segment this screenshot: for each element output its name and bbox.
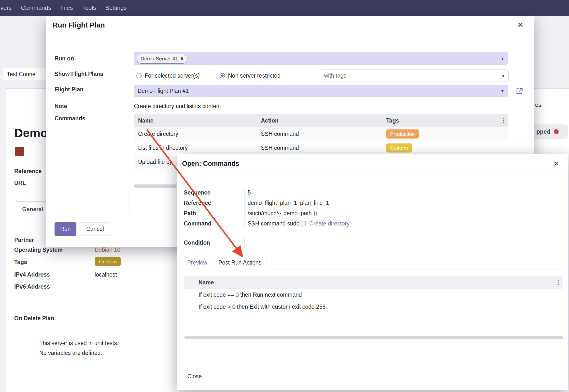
tag-badge-custom: Custom <box>386 143 412 153</box>
modal-footer-divider <box>177 363 568 363</box>
modal-header: Open: Commands ✕ <box>177 154 568 173</box>
cell-action: SSH command <box>261 130 386 137</box>
ipv4-value: localhost <box>95 271 117 278</box>
operating-system-value[interactable]: Debian 10 <box>95 246 120 253</box>
commands-label: Commands <box>55 115 85 122</box>
chevron-down-icon[interactable]: ▾ <box>501 88 504 94</box>
tags-label: Tags <box>14 259 27 266</box>
flight-plan-value: Demo Flight Plan #1 <box>138 87 189 94</box>
note-label: Note <box>55 103 67 110</box>
layout-divider-line <box>129 191 129 214</box>
field-separator-line <box>244 188 245 197</box>
tab-post-run-actions[interactable]: Post Run Actions <box>213 256 267 269</box>
actions-table-header: Name ⋮ <box>184 276 563 289</box>
radio-for-selected-servers[interactable] <box>136 73 142 78</box>
screen: vers Commands Files Tools Settings Test … <box>0 0 569 392</box>
open-flight-plan-button[interactable] <box>515 87 524 95</box>
radio-for-selected-servers-label[interactable]: For selected server(s) <box>145 72 200 79</box>
test-connection-label: Test Conne <box>7 71 35 78</box>
tab-general-label: General <box>22 206 43 213</box>
close-icon[interactable]: ✕ <box>517 21 524 29</box>
field-separator-line <box>244 198 245 208</box>
close-button-label: Close <box>187 373 202 380</box>
external-link-icon <box>515 87 524 95</box>
flight-plan-label: Flight Plan <box>55 86 84 93</box>
unit-test-note-1: This server is used in unit tests. <box>39 340 118 347</box>
table-row[interactable]: Create directory SSH command Production <box>134 127 508 141</box>
operating-system-label: Operating System <box>14 246 63 253</box>
command-value: SSH command sudo <box>248 220 299 227</box>
horizontal-scrollbar[interactable] <box>184 336 563 339</box>
run-button-label: Run <box>60 226 71 232</box>
command-record-link[interactable]: Create directory <box>309 220 350 227</box>
server-tag-chip[interactable]: Demo Server #1 ✖ <box>137 54 187 64</box>
show-flight-plans-label: Show Flight Plans <box>55 70 103 77</box>
table-row[interactable]: If exit code > 0 then Exit with custom e… <box>184 301 563 313</box>
chevron-down-icon[interactable]: ▾ <box>501 56 504 61</box>
cell-name: Create directory <box>134 130 261 137</box>
tab-general[interactable]: General <box>15 201 51 217</box>
unit-test-note-2: No variables are defined. <box>39 350 102 356</box>
test-connection-button[interactable]: Test Conne <box>3 68 48 80</box>
ipv4-label: IPv4 Address <box>14 271 50 278</box>
reference-label: Reference <box>184 199 211 206</box>
radio-non-server-restricted-label[interactable]: Non server restricted <box>228 72 280 79</box>
server-tag-label: Demo Server #1 <box>141 56 178 62</box>
modal-title: Run Flight Plan <box>53 22 105 28</box>
run-button[interactable]: Run <box>55 222 76 236</box>
cell-name: If exit code == 0 then Run next command <box>199 291 553 298</box>
nav-item-tools[interactable]: Tools <box>82 4 96 11</box>
field-separator-line <box>244 238 245 248</box>
color-swatch[interactable] <box>15 147 24 156</box>
sequence-value: 5 <box>248 189 251 196</box>
command-checkbox[interactable] <box>300 221 306 226</box>
table-empty-row <box>184 313 563 325</box>
remove-tag-icon[interactable]: ✖ <box>181 56 184 61</box>
col-header-tags[interactable]: Tags <box>386 117 500 124</box>
run-on-tags-field[interactable]: Demo Server #1 ✖ ▾ <box>134 52 508 65</box>
run-on-label: Run on <box>55 55 74 62</box>
nav-item-settings[interactable]: Settings <box>105 4 127 11</box>
kebab-menu-icon[interactable]: ⋮ <box>553 279 563 286</box>
path-label: Path <box>184 210 196 217</box>
post-run-actions-table: Name ⋮ If exit code == 0 then Run next c… <box>184 276 563 325</box>
tab-preview-label: Preview <box>187 259 207 266</box>
nav-item-files[interactable]: Files <box>60 4 73 11</box>
radio-non-server-restricted[interactable] <box>220 73 225 78</box>
col-header-name[interactable]: Name <box>199 279 553 286</box>
nav-item-commands[interactable]: Commands <box>21 4 51 11</box>
nav-item-servers[interactable]: vers <box>0 4 12 11</box>
field-separator-line <box>244 219 245 228</box>
horizontal-scrollbar[interactable] <box>134 184 177 188</box>
tab-preview[interactable]: Preview <box>182 256 213 269</box>
col-header-action[interactable]: Action <box>261 117 386 124</box>
close-icon[interactable]: ✕ <box>553 160 559 168</box>
on-delete-plan-label: On Delete Plan <box>14 315 54 322</box>
flight-plan-select[interactable]: Demo Flight Plan #1 ▾ <box>134 85 508 97</box>
cancel-button[interactable]: Cancel <box>80 222 110 236</box>
open-commands-modal: Open: Commands ✕ Sequence 5 Reference de… <box>177 154 568 390</box>
command-label: Command <box>184 220 211 227</box>
table-row[interactable]: If exit code == 0 then Run next command <box>184 289 563 301</box>
kebab-menu-icon[interactable]: ⋮ <box>500 117 508 124</box>
note-value: Create directory and list its content <box>134 103 221 110</box>
reference-label: Reference <box>14 168 42 175</box>
top-right-text-fragment: es <box>535 101 541 108</box>
chevron-down-icon[interactable]: ▾ <box>502 73 504 79</box>
reference-value: demo_flight_plan_1_plan_line_1 <box>248 199 329 206</box>
tags-badge-custom: Custom <box>95 257 121 266</box>
close-button[interactable]: Close <box>184 370 205 382</box>
with-tags-select[interactable]: with tags ▾ <box>320 70 509 82</box>
cell-action: SSH command <box>261 144 386 151</box>
col-header-name[interactable]: Name <box>134 117 261 124</box>
tab-post-run-actions-label: Post Run Actions <box>218 259 261 266</box>
tag-badge-production: Production <box>386 129 419 139</box>
table-row[interactable]: List files in directory SSH command Cust… <box>134 141 508 155</box>
field-separator-line <box>89 312 89 326</box>
status-stopped-dot-icon <box>554 129 559 134</box>
top-navbar: vers Commands Files Tools Settings <box>0 0 569 16</box>
field-separator-line <box>244 208 245 218</box>
modal-header: Run Flight Plan ✕ <box>46 16 534 34</box>
path-value: /such/much/{{ demo_path }} <box>248 210 317 217</box>
record-title: Demo <box>14 126 48 140</box>
